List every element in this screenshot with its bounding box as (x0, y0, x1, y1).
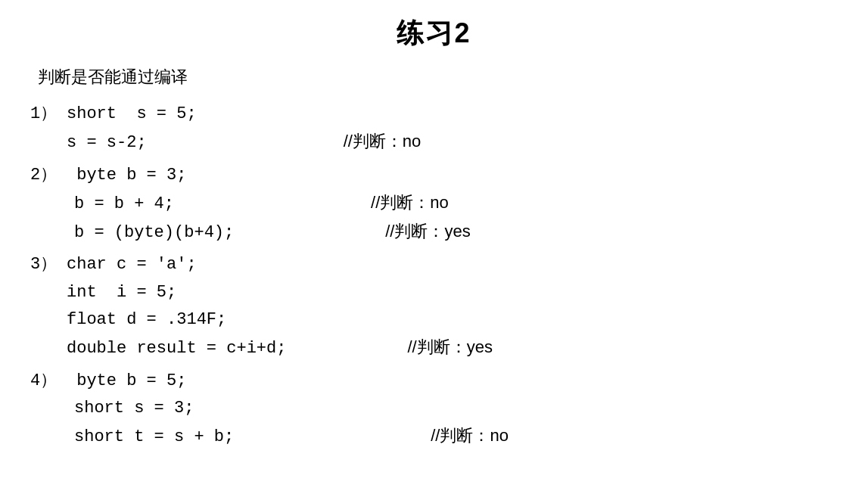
item-1-code-1: short s = 5; (67, 101, 197, 128)
item-3-comment: //判断：yes (407, 334, 492, 361)
item-4-num: 4） (30, 368, 67, 395)
item-3-code-3: float d = .314F; (67, 306, 226, 334)
item-3-line-1: 3） char c = 'a'; (30, 251, 838, 278)
item-3-code-1: char c = 'a'; (67, 251, 197, 278)
item-3-line-2: int i = 5; (67, 279, 838, 306)
item-1-comment: //判断：no (344, 128, 422, 155)
item-2-comment-2: //判断：yes (385, 218, 470, 245)
item-1-code-2: s = s-2; (67, 129, 147, 157)
item-4-code-3: short t = s + b; (74, 424, 234, 451)
item-4-code-2: short s = 3; (74, 395, 194, 422)
item-3: 3） char c = 'a'; int i = 5; float d = .3… (30, 251, 838, 362)
item-2-line-1: 2） byte b = 3; (30, 162, 838, 189)
item-4: 4） byte b = 5; short s = 3; short t = s … (30, 368, 838, 452)
item-2-line-2: b = b + 4; //判断：no (74, 189, 838, 218)
item-4-line-1: 4） byte b = 5; (30, 368, 838, 395)
item-3-line-3: float d = .314F; (67, 306, 838, 334)
item-3-num: 3） (30, 251, 67, 278)
item-4-comment: //判断：no (431, 422, 509, 449)
item-4-line-3: short t = s + b; //判断：no (74, 422, 838, 451)
item-1-line-1: 1） short s = 5; (30, 101, 838, 128)
item-3-line-4: double result = c+i+d; //判断：yes (67, 334, 838, 362)
item-3-code-2: int i = 5; (67, 279, 176, 306)
item-2-code-2: b = b + 4; (74, 191, 174, 218)
item-2-code-1: byte b = 3; (67, 162, 186, 189)
page-container: 练习2 判断是否能通过编译 1） short s = 5; s = s-2; /… (30, 15, 838, 452)
item-2-num: 2） (30, 162, 67, 189)
item-3-code-4: double result = c+i+d; (67, 335, 286, 362)
item-1: 1） short s = 5; s = s-2; //判断：no (30, 101, 838, 157)
item-1-num: 1） (30, 101, 67, 128)
item-2-line-3: b = (byte)(b+4); //判断：yes (74, 218, 838, 247)
content-area: 1） short s = 5; s = s-2; //判断：no 2） byte… (30, 101, 838, 452)
item-2: 2） byte b = 3; b = b + 4; //判断：no b = (b… (30, 162, 838, 247)
item-2-code-3: b = (byte)(b+4); (74, 219, 234, 247)
item-2-comment-1: //判断：no (371, 189, 449, 216)
subtitle: 判断是否能通过编译 (38, 66, 838, 89)
item-4-code-1: byte b = 5; (67, 368, 186, 395)
page-title: 练习2 (30, 15, 838, 52)
item-1-line-2: s = s-2; //判断：no (67, 128, 838, 157)
item-4-line-2: short s = 3; (74, 395, 838, 422)
